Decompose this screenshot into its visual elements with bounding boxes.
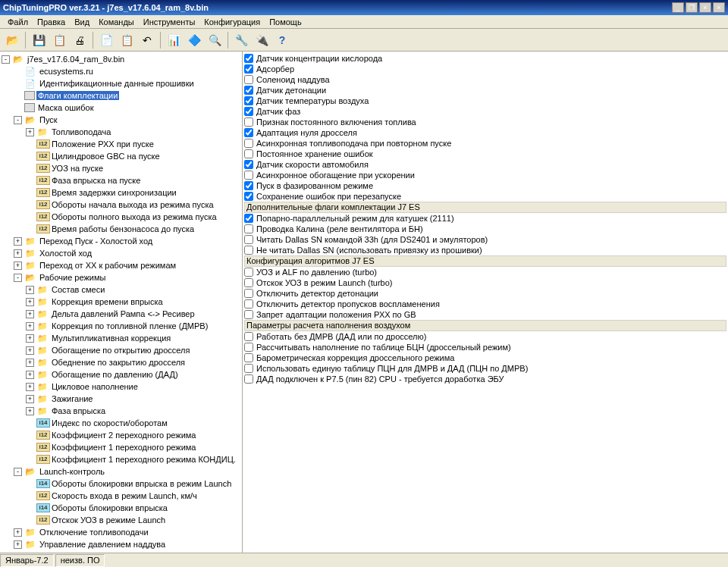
checklist-item[interactable]: Адсорбер xyxy=(244,64,726,74)
tree-item[interactable]: +📁Обеднение по закрытию дросселя xyxy=(2,356,240,368)
expander-icon[interactable]: - xyxy=(14,116,22,124)
tree-item[interactable]: +📁Мультипликативная коррекция xyxy=(2,332,240,344)
menu-Команды[interactable]: Команды xyxy=(94,16,139,28)
checklist-panel[interactable]: Датчик концентрации кислородаАдсорберСол… xyxy=(243,52,728,553)
tree-item[interactable]: i12Положение РХХ при пуске xyxy=(2,138,240,150)
checklist-item[interactable]: Сохранение ошибок при перезапуске xyxy=(244,191,726,202)
tree-item[interactable]: i12Фаза впрыска на пуске xyxy=(2,174,240,186)
search-icon[interactable]: 🔍 xyxy=(206,31,224,49)
checkbox[interactable] xyxy=(244,54,253,63)
menu-Вид[interactable]: Вид xyxy=(70,16,94,28)
undo-icon[interactable]: ↶ xyxy=(138,31,156,49)
expander-icon[interactable]: + xyxy=(14,540,22,549)
tree-item[interactable]: +📁Состав смеси xyxy=(2,284,240,296)
checklist-item[interactable]: ДАД подключен к P7.5 (пин 82) CPU - треб… xyxy=(244,374,726,384)
tree-item[interactable]: -📂j7es_v17.6.04_ram_8v.bin xyxy=(2,53,240,65)
expander-icon[interactable]: - xyxy=(2,55,10,64)
tree-item[interactable]: i12Время работы бензонасоса до пуска xyxy=(2,223,240,235)
checkbox[interactable] xyxy=(244,268,253,277)
expander-icon[interactable]: + xyxy=(14,237,22,246)
checklist-item[interactable]: Датчик фаз xyxy=(244,106,726,117)
tree-item[interactable]: +📁Управление давлением наддува xyxy=(2,538,240,550)
tree-item[interactable]: Флаги комплектации xyxy=(2,89,240,102)
menu-Правка[interactable]: Правка xyxy=(33,16,70,28)
checkbox[interactable] xyxy=(244,149,253,158)
checkbox[interactable] xyxy=(244,86,253,95)
expander-icon[interactable]: + xyxy=(26,298,34,306)
tree-item[interactable]: i12Коэффициент 1 переходного режима КОНД… xyxy=(2,453,240,465)
chart-icon[interactable]: 📊 xyxy=(165,31,183,49)
menu-Конфигурация[interactable]: Конфигурация xyxy=(199,16,265,28)
close-button[interactable]: × xyxy=(713,2,725,13)
copy-icon[interactable]: 📄 xyxy=(97,31,115,49)
print-icon[interactable]: 🖨 xyxy=(71,31,89,49)
checkbox[interactable] xyxy=(244,299,253,309)
expander-icon[interactable]: - xyxy=(14,468,22,476)
checkbox[interactable] xyxy=(244,128,253,137)
checkbox[interactable] xyxy=(244,192,253,201)
checklist-item[interactable]: Использовать единую таблицу ПЦН для ДМРВ… xyxy=(244,363,726,374)
checkbox[interactable] xyxy=(244,75,253,84)
tree-item[interactable]: i12Коэффициент 2 переходного режима xyxy=(2,429,240,441)
tree-item[interactable]: i12Коэффициент 1 переходного режима xyxy=(2,441,240,453)
checkbox[interactable] xyxy=(244,64,253,74)
checkbox[interactable] xyxy=(244,310,253,319)
expander-icon[interactable]: + xyxy=(26,407,34,415)
checklist-item[interactable]: Асинхронное обогащение при ускорении xyxy=(244,170,726,180)
tree-item[interactable]: 📄ecusystems.ru xyxy=(2,65,240,77)
tree-item[interactable]: Маска ошибок xyxy=(2,102,240,114)
tree-item[interactable]: +📁Коррекция по топливной пленке (ДМРВ) xyxy=(2,320,240,332)
tree-item[interactable]: +📁Переход Пуск - Холостой ход xyxy=(2,235,240,247)
grid-icon[interactable]: 🔷 xyxy=(185,31,203,49)
open-icon[interactable]: 📂 xyxy=(3,31,21,49)
expander-icon[interactable]: + xyxy=(14,262,22,270)
tree-item[interactable]: +📁Переход от ХХ к рабочим режимам xyxy=(2,259,240,271)
tree-item[interactable]: i12Отскок УОЗ в режиме Launch xyxy=(2,514,240,526)
tools-icon[interactable]: 🔧 xyxy=(232,31,250,49)
checkbox[interactable] xyxy=(244,374,253,384)
expander-icon[interactable]: + xyxy=(26,286,34,294)
checkbox[interactable] xyxy=(244,353,253,362)
checklist-item[interactable]: Датчик температуры воздуха xyxy=(244,96,726,106)
tree-panel[interactable]: -📂j7es_v17.6.04_ram_8v.bin📄ecusystems.ru… xyxy=(0,52,243,553)
tree-item[interactable]: +📁Коррекция времени впрыска xyxy=(2,296,240,308)
checklist-item[interactable]: Соленоид наддува xyxy=(244,74,726,85)
expander-icon[interactable]: + xyxy=(26,359,34,367)
tree-item[interactable]: i14Обороты блокировки впрыска xyxy=(2,502,240,514)
connect-icon[interactable]: 🔌 xyxy=(253,31,271,49)
checklist-item[interactable]: Постоянное хранение ошибок xyxy=(244,149,726,159)
tree-item[interactable]: +📁Топливоподача xyxy=(2,126,240,138)
checkbox[interactable] xyxy=(244,117,253,127)
expander-icon[interactable]: + xyxy=(26,322,34,330)
checkbox[interactable] xyxy=(244,160,253,169)
tree-item[interactable]: 📄Идентификационные данные прошивки xyxy=(2,77,240,89)
tree-item[interactable]: +📁Холостой ход xyxy=(2,247,240,259)
checklist-item[interactable]: Рассчитывать наполнение по таблице БЦН (… xyxy=(244,342,726,352)
tree-item[interactable]: -📂Рабочие режимы xyxy=(2,271,240,284)
tree-item[interactable]: +📁Обогащение по открытию дросселя xyxy=(2,344,240,356)
checklist-item[interactable]: Барометрическая коррекция дроссельного р… xyxy=(244,352,726,363)
checklist-item[interactable]: Не читать Dallas SN (использовать привяз… xyxy=(244,245,726,255)
tree-item[interactable]: +📁Дельта давлений Рампа <-> Ресивер xyxy=(2,308,240,320)
checklist-item[interactable]: Асинхронная топливоподача при повторном … xyxy=(244,138,726,149)
tree-item[interactable]: i12Время задержки синхронизации xyxy=(2,186,240,199)
checkbox[interactable] xyxy=(244,214,253,223)
tree-item[interactable]: +📁Фаза впрыска xyxy=(2,405,240,417)
checklist-item[interactable]: Отскок УОЗ в режим Launch (turbo) xyxy=(244,277,726,288)
expander-icon[interactable]: - xyxy=(14,274,22,282)
checklist-item[interactable]: Отключить детектор детонации xyxy=(244,288,726,299)
tree-item[interactable]: i14Обороты блокировки впрыска в режим La… xyxy=(2,478,240,490)
checklist-item[interactable]: Датчик скорости автомобиля xyxy=(244,159,726,170)
expander-icon[interactable]: + xyxy=(26,334,34,343)
checkbox[interactable] xyxy=(244,224,253,233)
checkbox[interactable] xyxy=(244,246,253,255)
checklist-item[interactable]: Попарно-параллельный режим для катушек (… xyxy=(244,213,726,224)
expander-icon[interactable]: + xyxy=(26,128,34,136)
checklist-item[interactable]: Признак постоянного включения топлива xyxy=(244,117,726,127)
checkbox[interactable] xyxy=(244,235,253,244)
checklist-item[interactable]: Адаптация нуля дросселя xyxy=(244,127,726,138)
save-icon[interactable]: 💾 xyxy=(30,31,48,49)
checkbox[interactable] xyxy=(244,278,253,287)
menu-Инструменты[interactable]: Инструменты xyxy=(139,16,200,28)
tree-item[interactable]: i12УОЗ на пуске xyxy=(2,162,240,174)
